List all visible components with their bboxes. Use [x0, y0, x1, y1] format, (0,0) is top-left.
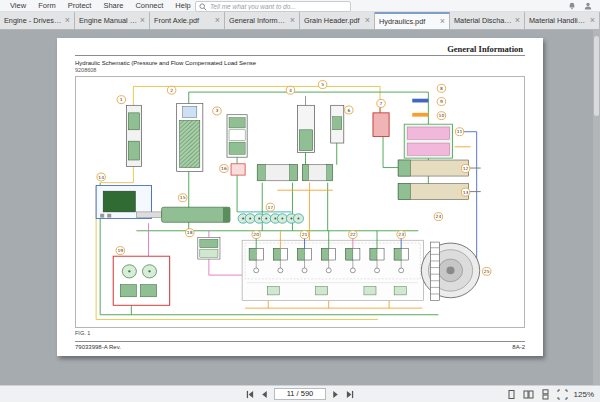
tab-close-icon[interactable]: × — [365, 16, 370, 25]
figure-label: FIG. 1 — [75, 330, 90, 336]
command-search-box[interactable]: Tell me what you want to do... — [195, 1, 351, 12]
tab-close-icon[interactable]: × — [215, 16, 220, 25]
callout-5: 5 — [318, 81, 326, 89]
callout-21: 21 — [300, 231, 308, 239]
figure-subtitle: 9208608 — [75, 67, 96, 73]
svg-text:16: 16 — [221, 166, 227, 171]
menu-item-protect[interactable]: Protect — [62, 1, 98, 10]
user-icon[interactable] — [584, 2, 592, 10]
svg-text:18: 18 — [187, 230, 193, 235]
tab-material-discharge-pdf[interactable]: Material Discharge.pdf× — [450, 12, 525, 29]
callout-14: 14 — [97, 173, 105, 181]
svg-text:22: 22 — [350, 232, 356, 237]
callout-9: 9 — [437, 98, 445, 106]
search-icon — [199, 3, 207, 11]
tab-grain-header-pdf[interactable]: Grain Header.pdf× — [300, 12, 375, 29]
menu-item-view[interactable]: View — [4, 1, 32, 10]
callout-23: 23 — [397, 231, 405, 239]
menu-items: ViewFormProtectShareConnectHelp — [4, 0, 197, 11]
callout-7: 7 — [377, 99, 385, 107]
svg-text:5: 5 — [321, 82, 324, 87]
svg-text:2: 2 — [170, 88, 173, 93]
view-tools: 125% — [506, 389, 594, 400]
schematic-components — [96, 96, 481, 305]
tab-label: Material Discharge.pdf — [454, 16, 513, 25]
callout-8: 8 — [437, 84, 445, 92]
menu-item-connect[interactable]: Connect — [129, 1, 169, 10]
menu-item-share[interactable]: Share — [97, 1, 129, 10]
tab-close-icon[interactable]: × — [590, 16, 595, 25]
single-page-view-icon[interactable] — [506, 389, 517, 400]
svg-text:9: 9 — [440, 99, 443, 104]
svg-text:6: 6 — [347, 108, 350, 113]
menu-bar: ViewFormProtectShareConnectHelp Tell me … — [0, 0, 600, 12]
callout-17: 17 — [266, 203, 274, 211]
svg-text:21: 21 — [302, 232, 308, 237]
page-number-input[interactable]: 11 / 590 — [274, 388, 326, 400]
notification-icon[interactable] — [568, 2, 576, 10]
tab-close-icon[interactable]: × — [440, 17, 445, 26]
callout-6: 6 — [345, 106, 353, 114]
section-header: General Information — [447, 44, 523, 54]
tab-hydraulics-pdf[interactable]: Hydraulics.pdf× — [375, 12, 450, 29]
hydraulic-schematic-figure: 1234567891011121314151617181920212223242… — [76, 77, 524, 327]
first-page-button[interactable] — [244, 389, 255, 400]
svg-text:25: 25 — [484, 269, 490, 274]
callout-13: 13 — [461, 188, 469, 196]
svg-text:14: 14 — [98, 175, 104, 180]
callout-1: 1 — [117, 96, 125, 104]
svg-text:20: 20 — [253, 232, 259, 237]
search-placeholder: Tell me what you want to do... — [210, 3, 296, 10]
tab-close-icon[interactable]: × — [65, 16, 70, 25]
tab-engine-drives-and-c[interactable]: Engine - Drives and C...× — [0, 12, 75, 29]
callout-24: 24 — [434, 213, 442, 221]
tab-label: Front Axle.pdf — [154, 16, 213, 25]
svg-text:11: 11 — [457, 129, 463, 134]
svg-text:4: 4 — [289, 88, 292, 93]
last-page-button[interactable] — [345, 389, 356, 400]
document-canvas[interactable]: General Information Hydraulic Schematic … — [0, 30, 600, 385]
tab-material-handling-pdf[interactable]: Material Handling.pdf× — [525, 12, 600, 29]
svg-text:13: 13 — [463, 190, 469, 195]
status-bar: 11 / 590 125% — [0, 385, 600, 402]
pdf-application-window: ViewFormProtectShareConnectHelp Tell me … — [0, 0, 600, 402]
tab-close-icon[interactable]: × — [290, 16, 295, 25]
callout-16: 16 — [220, 165, 228, 173]
svg-text:23: 23 — [398, 232, 404, 237]
fullscreen-icon[interactable] — [557, 389, 568, 400]
svg-text:17: 17 — [267, 205, 273, 210]
vertical-scrollbar[interactable] — [593, 30, 600, 385]
tab-general-information-pdf[interactable]: General Information.pdf× — [225, 12, 300, 29]
callout-10: 10 — [437, 112, 445, 120]
svg-text:8: 8 — [440, 86, 443, 91]
tab-label: Engine Manual Drop-in... — [79, 16, 138, 25]
footer-doc-number: 79033998-A Rev. — [75, 344, 121, 350]
pdf-page: General Information Hydraulic Schematic … — [57, 38, 543, 356]
callout-3: 3 — [213, 107, 221, 115]
callout-11: 11 — [455, 128, 463, 136]
tab-close-icon[interactable]: × — [140, 16, 145, 25]
callout-2: 2 — [167, 86, 175, 94]
next-page-button[interactable] — [330, 389, 341, 400]
svg-text:10: 10 — [439, 113, 445, 118]
header-rule — [75, 55, 525, 56]
facing-pages-view-icon[interactable] — [523, 389, 534, 400]
menu-item-help[interactable]: Help — [169, 1, 196, 10]
scrollbar-thumb[interactable] — [594, 36, 599, 116]
svg-text:24: 24 — [436, 214, 442, 219]
previous-page-button[interactable] — [259, 389, 270, 400]
continuous-scroll-view-icon[interactable] — [540, 389, 551, 400]
tab-close-icon[interactable]: × — [515, 16, 520, 25]
tab-label: Engine - Drives and C... — [4, 16, 63, 25]
footer-page-code: 8A-2 — [512, 344, 525, 350]
callout-18: 18 — [186, 229, 194, 237]
tab-label: Grain Header.pdf — [304, 16, 363, 25]
callout-12: 12 — [461, 165, 469, 173]
svg-text:1: 1 — [120, 97, 123, 102]
zoom-level[interactable]: 125% — [574, 390, 594, 399]
tab-front-axle-pdf[interactable]: Front Axle.pdf× — [150, 12, 225, 29]
figure-frame: 1234567891011121314151617181920212223242… — [75, 76, 525, 328]
svg-text:12: 12 — [463, 166, 469, 171]
menu-item-form[interactable]: Form — [32, 1, 62, 10]
tab-engine-manual-drop-in[interactable]: Engine Manual Drop-in...× — [75, 12, 150, 29]
